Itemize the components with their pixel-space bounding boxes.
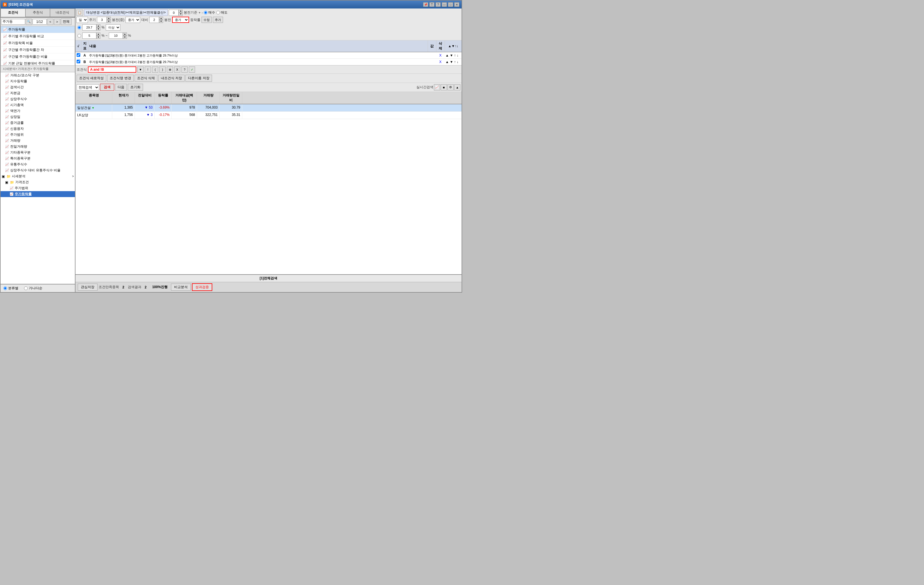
tree-item[interactable]: 📈주가범위 [0, 132, 75, 138]
list-item[interactable]: 📈 구간별 주가등락률간 비율 [1, 53, 74, 60]
help-btn[interactable]: ? [436, 2, 441, 7]
수정-btn[interactable]: 수정 [201, 17, 212, 23]
tree-item[interactable]: 📈신용융자 [0, 126, 75, 132]
cell-delete[interactable]: X [436, 59, 445, 65]
기준-select[interactable]: 종가시가고가저가 [125, 17, 140, 23]
tree-item[interactable]: 📈상장일 [0, 114, 75, 120]
op-cross[interactable]: ⊗ [167, 66, 173, 73]
rt-settings-btn[interactable]: ⚙ [447, 84, 454, 91]
delete-condition-btn[interactable]: 조건식 삭제 [135, 74, 157, 82]
compare-btn[interactable]: 비교분석 [171, 284, 191, 291]
op-open[interactable]: ( [152, 66, 158, 73]
save-my-condition-btn[interactable]: 내조건식 저장 [158, 74, 185, 82]
op-not[interactable]: ! [145, 66, 151, 73]
sort-up[interactable]: ▲ [446, 53, 449, 58]
tree-item[interactable]: 📈상장주식수 [0, 96, 75, 102]
봉수2-down[interactable]: ▼ [159, 20, 163, 23]
tree-item[interactable]: 📈거래량 [0, 138, 75, 144]
condition-expr-input[interactable] [88, 66, 136, 73]
추가-btn[interactable]: 추가 [213, 17, 223, 23]
rt-scroll-btn[interactable]: ▲ [454, 84, 460, 91]
radio-category-input[interactable] [3, 286, 7, 290]
tree-item[interactable]: 📈검색시간 [0, 84, 75, 90]
sort-bottom[interactable]: ↓ [457, 53, 459, 58]
op-confirm[interactable]: ✓ [189, 66, 195, 73]
close-btn[interactable]: ✕ [454, 2, 459, 7]
tab-my-condition[interactable]: 내조건식 [50, 8, 75, 17]
sort-top[interactable]: ↑ [454, 53, 455, 58]
tree-item[interactable]: 📈상장주식수 대비 유통주식수 비율 [0, 167, 75, 174]
row-checkbox[interactable] [77, 53, 80, 57]
next-search-btn[interactable]: 다음 [115, 84, 127, 91]
radio-buy[interactable]: 매수 [204, 10, 215, 15]
비교항목-select[interactable]: 종가고가저가 [172, 17, 189, 23]
tree-item[interactable]: 📈전일거래량 [0, 144, 75, 150]
op-close[interactable]: ) [159, 66, 166, 73]
tree-item-price-range[interactable]: 📈주가범위 [0, 185, 75, 191]
radio-alphabetical[interactable]: 가나다순 [24, 286, 42, 291]
watchlist-btn[interactable]: 관심저장 [78, 284, 97, 291]
tree-item[interactable]: 📈시가총액 [0, 102, 75, 108]
봉수-input[interactable] [97, 17, 107, 23]
cell-delete[interactable]: X [436, 52, 445, 59]
pct-input-2b[interactable] [109, 33, 123, 39]
tree-item[interactable]: 📈증거금률 [0, 120, 75, 126]
cell-sort[interactable]: ▲ ▼ ↑ ↓ [445, 52, 462, 59]
cell-check[interactable] [76, 59, 81, 65]
table-row[interactable]: 일성건설 ▼ 1,385 ▼ 53 -3.69% 978 704,003 30.… [76, 104, 462, 112]
font-btn[interactable]: T [429, 2, 434, 7]
target-change-btn[interactable]: 📋 [76, 10, 83, 16]
rt-chart-btn[interactable]: 📈 [434, 84, 440, 91]
봉수2-up[interactable]: ▲ [159, 17, 163, 20]
list-item[interactable]: 📈 주가등락폭 비율 [1, 40, 74, 47]
pct-2a-down[interactable]: ▼ [96, 36, 100, 39]
minimize-btn[interactable]: — [442, 2, 447, 7]
cell-check[interactable] [76, 52, 81, 59]
sort-top[interactable]: ↑ [454, 60, 455, 64]
search-input[interactable] [1, 19, 25, 25]
list-item[interactable]: 📈 구간별 주가등락률간 차 [1, 47, 74, 53]
봉수-down[interactable]: ▼ [107, 20, 111, 23]
sort-down[interactable]: ▼ [450, 60, 453, 64]
radio-alphabetical-input[interactable] [24, 286, 28, 290]
period-select[interactable]: 일주월 [76, 17, 88, 23]
op-dropdown[interactable]: ▼ [137, 66, 144, 73]
reset-btn[interactable]: 초기화 [128, 84, 143, 91]
radio-sell[interactable]: 매도 [216, 10, 228, 15]
all-btn[interactable]: 전체 [61, 18, 71, 25]
tab-recommend[interactable]: 추천식 [25, 8, 50, 17]
verify-btn[interactable]: 성과검증 [192, 283, 212, 291]
direction-select[interactable]: 이상이하 [106, 24, 120, 31]
봉전기준-up[interactable]: ▲ [179, 10, 183, 13]
pct-1-down[interactable]: ▼ [96, 27, 100, 31]
tree-folder-sisefunsuk[interactable]: ▣ 📁 시세분석 > [0, 174, 75, 179]
pct-2b-up[interactable]: ▲ [123, 33, 127, 36]
pct-2a-up[interactable]: ▲ [96, 33, 100, 36]
search-icon-btn[interactable]: 🔍 [26, 19, 32, 25]
봉전기준-down[interactable]: ▼ [179, 13, 183, 16]
row-checkbox[interactable] [77, 59, 80, 63]
pct-input-1[interactable] [82, 24, 96, 31]
tree-item-price-rate[interactable]: 📈주가등락률 [0, 191, 75, 197]
pct-radio-1[interactable] [78, 26, 81, 30]
sort-down[interactable]: ▼ [450, 53, 453, 58]
tree-folder-price[interactable]: ▣ 📁 가격조건 [0, 179, 75, 185]
pct-radio-2[interactable] [78, 34, 81, 38]
봉전기준-input[interactable] [169, 10, 179, 16]
save-as-btn[interactable]: 다른이름 저장 [185, 74, 212, 82]
next-btn[interactable]: > [54, 19, 60, 25]
pct-2b-down[interactable]: ▼ [123, 36, 127, 39]
search-main-btn[interactable]: 검색 [100, 84, 114, 91]
tab-condition[interactable]: 조건식 [0, 8, 25, 17]
op-x[interactable]: X [174, 66, 180, 73]
tree-item[interactable]: 📈자본금 [0, 90, 75, 96]
tree-item[interactable]: 📈지수등락률 [0, 78, 75, 84]
sort-bottom[interactable]: ↓ [457, 60, 459, 64]
rt-stop-btn[interactable]: ■ [441, 84, 447, 91]
table-row[interactable]: LK삼양 1,756 ▼ 3 -0.17% 568 322,751 35.31 [76, 112, 462, 119]
tree-item[interactable]: 📈특이종목구분 [0, 155, 75, 162]
new-condition-btn[interactable]: 조건식 새로작성 [77, 74, 106, 82]
prev-btn[interactable]: < [47, 19, 53, 25]
list-item[interactable]: 📈 주가등락률 [1, 26, 74, 33]
pin-btn[interactable]: 📌 [423, 2, 428, 7]
